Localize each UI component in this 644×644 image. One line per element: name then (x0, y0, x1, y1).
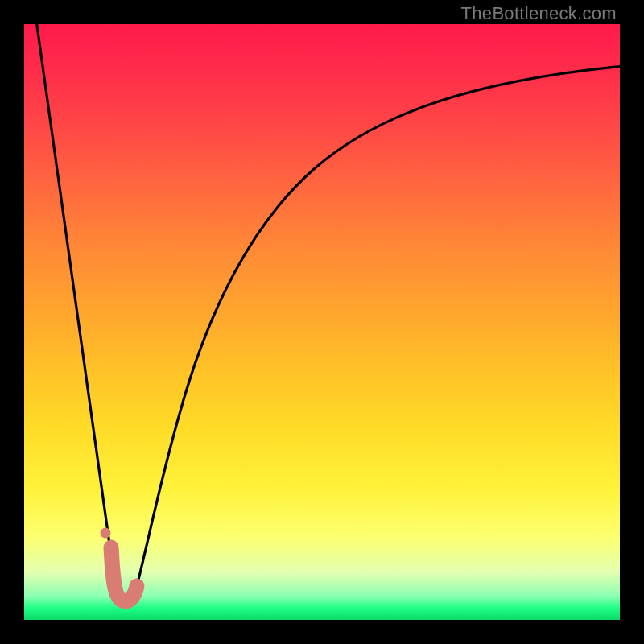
valley-dot-lower (105, 557, 115, 567)
curve-left-descent (36, 24, 117, 596)
watermark-text: TheBottleneck.com (461, 3, 617, 24)
valley-dot-upper (101, 528, 111, 539)
plot-area (24, 24, 620, 620)
valley-marker (111, 547, 137, 601)
chart-frame: TheBottleneck.com (0, 0, 644, 644)
curve-right-ascent (134, 66, 620, 596)
curves-layer (24, 24, 620, 620)
